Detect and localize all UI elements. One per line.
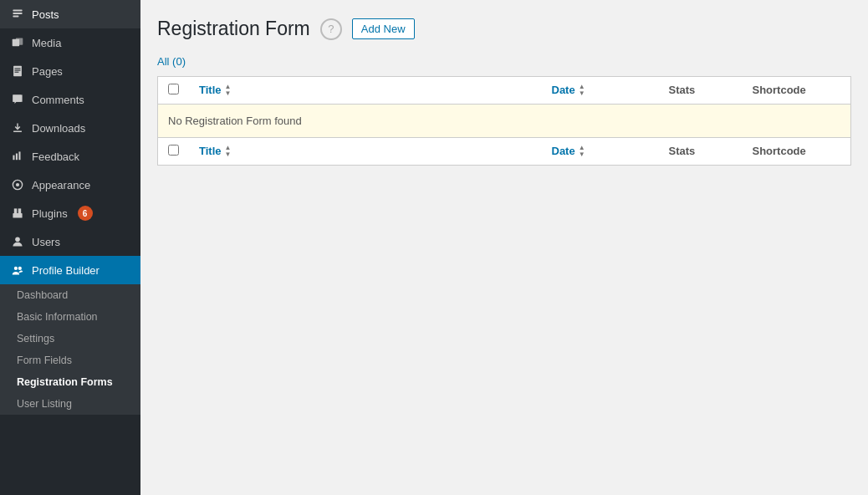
submenu-dashboard[interactable]: Dashboard [0, 284, 140, 306]
sidebar-item-downloads[interactable]: Downloads [0, 114, 140, 142]
th-checkbox-top [158, 76, 190, 104]
svg-rect-11 [18, 151, 20, 160]
sort-arrows-date-bottom: ▲ ▼ [579, 145, 585, 158]
svg-rect-10 [16, 154, 18, 161]
th-title-bottom: Title ▲ ▼ [189, 137, 542, 165]
svg-rect-14 [14, 208, 18, 213]
appearance-icon [10, 177, 25, 192]
sidebar-item-posts[interactable]: Posts [0, 0, 140, 28]
svg-rect-7 [15, 70, 21, 71]
th-date-top: Date ▲ ▼ [542, 76, 659, 104]
svg-rect-2 [13, 15, 18, 17]
filter-all-link[interactable]: All (0) [157, 55, 186, 68]
th-title-top: Title ▲ ▼ [189, 76, 542, 104]
no-items-message: No Registration Form found [158, 104, 851, 137]
sort-date-bottom[interactable]: Date ▲ ▼ [552, 145, 585, 158]
sidebar-item-pages-label: Pages [32, 65, 63, 78]
pages-icon [10, 64, 25, 79]
registration-forms-table: Title ▲ ▼ Date ▲ ▼ [157, 76, 851, 166]
sidebar-item-users[interactable]: Users [0, 227, 140, 256]
svg-rect-4 [16, 38, 23, 44]
plugins-icon [10, 206, 25, 221]
select-all-checkbox-bottom[interactable] [168, 145, 179, 156]
submenu-basic-information[interactable]: Basic Information [0, 306, 140, 328]
svg-rect-6 [15, 69, 21, 69]
sidebar-item-users-label: Users [32, 236, 60, 248]
users-icon [10, 234, 25, 249]
posts-icon [10, 7, 25, 22]
sort-title-bottom[interactable]: Title ▲ ▼ [199, 145, 231, 158]
sidebar-item-profile-builder-label: Profile Builder [32, 264, 100, 277]
sidebar-item-media[interactable]: Media [0, 28, 140, 57]
sidebar-item-profile-builder[interactable]: Profile Builder [0, 256, 140, 284]
svg-rect-8 [15, 72, 19, 73]
page-title: Registration Form [157, 17, 310, 42]
sidebar-item-plugins[interactable]: Plugins 6 [0, 199, 140, 227]
svg-rect-15 [18, 208, 22, 213]
downloads-icon [10, 120, 25, 135]
sidebar-item-comments-label: Comments [32, 94, 84, 106]
sort-arrows-title-bottom: ▲ ▼ [225, 145, 232, 158]
sort-arrows-title-top: ▲ ▼ [225, 84, 232, 97]
plugins-badge: 6 [78, 206, 93, 221]
sidebar-item-pages[interactable]: Pages [0, 57, 140, 85]
page-header: Registration Form ? Add New [157, 17, 851, 42]
media-icon [10, 35, 25, 50]
svg-rect-16 [13, 213, 22, 218]
profile-builder-icon [10, 263, 25, 278]
main-content: Registration Form ? Add New All (0) Titl… [140, 0, 868, 495]
help-icon[interactable]: ? [320, 18, 342, 40]
sidebar-item-feedback-label: Feedback [32, 151, 79, 163]
svg-rect-0 [13, 9, 22, 11]
svg-rect-1 [13, 13, 22, 14]
add-new-button[interactable]: Add New [352, 18, 415, 39]
select-all-checkbox-top[interactable] [168, 84, 179, 94]
svg-rect-9 [13, 156, 14, 161]
svg-rect-5 [13, 66, 22, 77]
th-stats-bottom: Stats [659, 137, 743, 165]
sidebar-item-downloads-label: Downloads [32, 122, 85, 135]
submenu-registration-forms[interactable]: Registration Forms [0, 371, 140, 393]
sort-arrows-date-top: ▲ ▼ [579, 84, 585, 97]
filter-bar: All (0) [157, 55, 851, 68]
th-shortcode-top: Shortcode [743, 76, 851, 104]
sort-date-top[interactable]: Date ▲ ▼ [552, 84, 585, 97]
table-footer: Title ▲ ▼ Date ▲ ▼ [158, 137, 851, 165]
svg-point-18 [14, 267, 18, 270]
th-shortcode-bottom: Shortcode [743, 137, 851, 165]
sort-title-top[interactable]: Title ▲ ▼ [199, 84, 231, 97]
sidebar-item-appearance[interactable]: Appearance [0, 171, 140, 199]
submenu-form-fields[interactable]: Form Fields [0, 350, 140, 371]
sidebar-item-feedback[interactable]: Feedback [0, 142, 140, 171]
submenu-settings[interactable]: Settings [0, 328, 140, 350]
th-date-bottom: Date ▲ ▼ [542, 137, 659, 165]
svg-point-19 [18, 267, 22, 270]
th-checkbox-bottom [158, 137, 190, 165]
sidebar-item-comments[interactable]: Comments [0, 85, 140, 114]
th-stats-top: Stats [659, 76, 743, 104]
svg-point-17 [15, 237, 20, 242]
sidebar-item-appearance-label: Appearance [32, 179, 90, 191]
feedback-icon [10, 149, 25, 164]
submenu-user-listing[interactable]: User Listing [0, 393, 140, 415]
profile-builder-submenu: Dashboard Basic Information Settings For… [0, 284, 140, 415]
sidebar-item-media-label: Media [32, 37, 61, 49]
sidebar: Posts Media Pages Comments Downloads Fee… [0, 0, 140, 495]
sidebar-item-plugins-label: Plugins [32, 207, 68, 220]
table-header-top: Title ▲ ▼ Date ▲ ▼ [158, 76, 851, 104]
no-items-row: No Registration Form found [158, 104, 851, 137]
svg-point-13 [16, 183, 19, 186]
comments-icon [10, 92, 25, 107]
sidebar-item-posts-label: Posts [32, 8, 59, 21]
